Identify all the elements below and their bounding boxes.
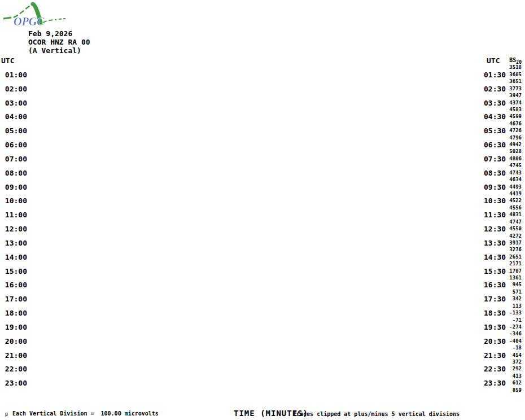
bias-value: -18 [0,345,522,351]
bias-value: 3276 [0,247,522,252]
bias-column-header: BS20 [0,57,522,65]
bias-value: 3917 [0,240,522,246]
bias-value: 454 [0,353,522,358]
bias-value: 4745 [0,163,522,168]
bias-value: 4583 [0,107,522,112]
bias-value: 4556 [0,205,522,211]
bias-value: 4419 [0,191,522,196]
bias-value: 4747 [0,220,522,225]
bias-value: 4522 [0,198,522,203]
bias-value: -133 [0,310,522,316]
bias-value: 859 [0,388,522,393]
bias-value: 2651 [0,255,522,260]
header-date: Feb 9,2026 [28,29,72,38]
bias-value: 4599 [0,114,522,119]
bias-value: 292 [0,366,522,371]
bias-value: 5028 [0,149,522,154]
bias-value: 1361 [0,275,522,281]
opgc-logo-text: OPGC [14,15,45,28]
webicorder-page: OPGC Feb 9,2026 OCOR HNZ RA 00 (A Vertic… [0,0,525,420]
header-station: OCOR HNZ RA 00 [28,38,90,46]
bias-header-main: BS [509,57,516,63]
bias-value: -404 [0,339,522,344]
bias-value: 3773 [0,86,522,91]
header-component: (A Vertical) [28,46,81,55]
bias-value: 612 [0,380,522,386]
bias-value: 3651 [0,79,522,84]
bias-value: 4374 [0,100,522,106]
bias-value: 4676 [0,121,522,126]
bias-value: 4726 [0,128,522,133]
bias-value: 3605 [0,72,522,77]
bias-value: 4634 [0,177,522,182]
bias-value: 4272 [0,234,522,239]
bias-value: 4493 [0,185,522,190]
bias-value: 372 [0,360,522,365]
bias-value: 4743 [0,170,522,176]
bias-value: 3518 [0,65,522,70]
vertical-division-note: Each Vertical Division = 100.00 microvol… [12,410,159,417]
bias-value: 413 [0,374,522,379]
bias-value: 113 [0,304,522,309]
bias-value: 342 [0,296,522,301]
corner-glyph: µ [5,412,8,417]
bias-value: 945 [0,282,522,287]
bias-value: 4550 [0,226,522,231]
bias-value: -71 [0,318,522,323]
bias-value: 3947 [0,93,522,98]
opgc-logo: OPGC [2,1,76,29]
bias-value: 571 [0,290,522,295]
bias-value: -346 [0,331,522,336]
bias-value: 4796 [0,135,522,141]
bias-value: 4831 [0,212,522,217]
clipping-note: Traces clipped at plus/minus 5 vertical … [293,411,460,417]
bias-value: 1707 [0,269,522,274]
bias-value: 4806 [0,156,522,161]
bias-value: 4942 [0,142,522,147]
bias-value: -274 [0,325,522,330]
bias-value: 2171 [0,261,522,266]
